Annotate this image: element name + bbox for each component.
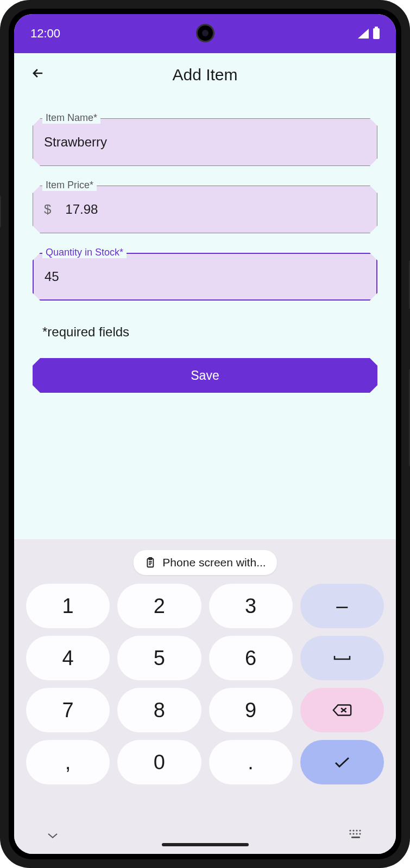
required-fields-note: *required fields [33, 320, 377, 358]
svg-rect-13 [351, 837, 360, 838]
svg-point-11 [356, 833, 357, 834]
key-7[interactable]: 7 [26, 688, 110, 732]
key-0[interactable]: 0 [117, 740, 201, 784]
item-price-label: Item Price* [42, 180, 97, 191]
back-button[interactable] [27, 64, 49, 86]
svg-point-8 [359, 829, 361, 831]
quantity-input[interactable] [45, 269, 365, 284]
clipboard-icon [144, 556, 156, 570]
item-name-label: Item Name* [42, 112, 100, 124]
key-backspace[interactable] [300, 688, 384, 732]
svg-point-12 [359, 833, 361, 834]
status-icons [358, 28, 380, 39]
backspace-icon [332, 703, 352, 718]
camera-notch [196, 24, 215, 42]
keyboard-switch-button[interactable] [348, 828, 363, 841]
svg-point-7 [356, 829, 357, 831]
key-1[interactable]: 1 [26, 584, 110, 628]
add-item-form: Item Name* Item Price* $ Quantity in Sto… [14, 97, 396, 393]
item-name-input[interactable] [44, 135, 366, 150]
item-price-field[interactable]: $ [33, 186, 377, 233]
key-comma[interactable]: , [26, 740, 110, 784]
status-time: 12:00 [30, 27, 60, 41]
key-6[interactable]: 6 [209, 636, 293, 680]
save-button[interactable]: Save [33, 358, 377, 393]
key-dash[interactable]: – [300, 584, 384, 628]
nav-home-indicator[interactable] [162, 843, 249, 846]
key-dot[interactable]: . [209, 740, 293, 784]
quantity-field[interactable] [33, 253, 377, 301]
key-9[interactable]: 9 [209, 688, 293, 732]
page-title: Add Item [172, 66, 237, 84]
numeric-keyboard: Phone screen with... 1 2 3 – 4 5 6 7 [14, 539, 396, 854]
currency-prefix: $ [44, 202, 51, 217]
keyboard-switch-icon [348, 828, 363, 839]
app-bar: Add Item [14, 53, 396, 97]
key-space[interactable] [300, 636, 384, 680]
key-8[interactable]: 8 [117, 688, 201, 732]
svg-point-6 [352, 829, 354, 831]
check-icon [333, 756, 351, 769]
cell-signal-icon [358, 29, 369, 39]
clipboard-suggestion[interactable]: Phone screen with... [133, 550, 276, 575]
item-name-field[interactable] [33, 118, 377, 166]
svg-point-10 [352, 833, 354, 834]
key-3[interactable]: 3 [209, 584, 293, 628]
svg-point-9 [349, 833, 351, 834]
clipboard-text: Phone screen with... [162, 556, 266, 569]
quantity-label: Quantity in Stock* [42, 247, 127, 258]
back-arrow-icon [30, 66, 46, 85]
battery-icon [373, 28, 380, 39]
keyboard-bottom-bar [14, 816, 396, 854]
key-enter[interactable] [300, 740, 384, 784]
item-price-input[interactable] [65, 202, 366, 217]
collapse-keyboard-button[interactable] [47, 827, 59, 843]
key-2[interactable]: 2 [117, 584, 201, 628]
svg-point-5 [349, 829, 351, 831]
key-5[interactable]: 5 [117, 636, 201, 680]
key-4[interactable]: 4 [26, 636, 110, 680]
